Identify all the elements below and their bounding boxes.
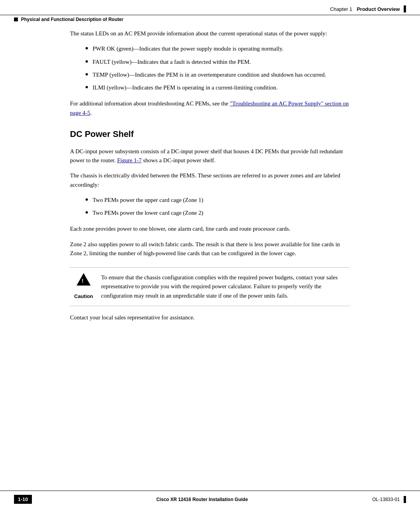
footer-doc-number: OL-13833-01 xyxy=(372,497,400,502)
page-number-badge: 1-10 xyxy=(14,495,32,504)
dc-para3: Each zone provides power to one blower, … xyxy=(70,224,350,233)
list-item: Two PEMs power the upper card cage (Zone… xyxy=(86,196,350,205)
dc-para2: The chassis is electrically divided betw… xyxy=(70,171,350,189)
footer-bar-icon xyxy=(404,496,406,503)
dc-bullet-list: Two PEMs power the upper card cage (Zone… xyxy=(86,196,350,218)
caution-triangle-icon xyxy=(77,273,91,286)
page-subheader: Physical and Functional Description of R… xyxy=(0,15,420,25)
bullet-fault-text: FAULT (yellow)—Indicates that a fault is… xyxy=(93,58,251,67)
list-item: TEMP (yellow)—Indicates the PEM is in an… xyxy=(86,70,350,79)
caution-block: Caution To ensure that the chassis confi… xyxy=(70,267,350,306)
bullet-temp-text: TEMP (yellow)—Indicates the PEM is in an… xyxy=(93,70,326,79)
bullet-dot-icon xyxy=(86,86,88,88)
contact-para: Contact your local sales representative … xyxy=(70,313,350,322)
section-heading-dc-power: DC Power Shelf xyxy=(70,129,350,139)
dc-bullet-1-text: Two PEMs power the upper card cage (Zone… xyxy=(93,196,203,205)
header-chapter: Chapter 1 Product Overview xyxy=(330,6,400,12)
bullet-dot-icon xyxy=(86,211,88,214)
dc-para1: A DC-input power subsystem consists of a… xyxy=(70,147,350,165)
troubleshooting-prefix: For additional information about trouble… xyxy=(70,100,230,107)
subheader-text: Physical and Functional Description of R… xyxy=(21,17,123,22)
chapter-title: Product Overview xyxy=(357,6,400,12)
caution-label: Caution xyxy=(74,293,93,299)
list-item: PWR OK (green)—Indicates that the power … xyxy=(86,44,350,53)
bullet-dot-icon xyxy=(86,198,88,201)
chapter-label: Chapter 1 xyxy=(330,6,352,12)
caution-icon-area: Caution xyxy=(70,273,101,299)
bullet-ilmi-text: ILMI (yellow)—Indicates the PEM is opera… xyxy=(93,83,278,92)
troubleshooting-para: For additional information about trouble… xyxy=(70,99,350,117)
bullet-dot-icon xyxy=(86,47,88,49)
figure-1-7-link[interactable]: Figure 1-7 xyxy=(117,157,142,163)
main-content: The status LEDs on an AC PEM provide inf… xyxy=(0,25,420,491)
caution-text: To ensure that the chassis configuration… xyxy=(101,273,350,300)
list-item: ILMI (yellow)—Indicates the PEM is opera… xyxy=(86,83,350,92)
bullet-dot-icon xyxy=(86,60,88,63)
subheader-square-icon xyxy=(14,18,18,21)
page-header: Chapter 1 Product Overview xyxy=(0,0,420,15)
page-footer: 1-10 Cisco XR 12416 Router Installation … xyxy=(0,491,420,510)
list-item: FAULT (yellow)—Indicates that a fault is… xyxy=(86,58,350,67)
header-bar-icon xyxy=(404,5,406,12)
dc-para4: Zone 2 also supplies power to all switch… xyxy=(70,240,350,258)
led-bullet-list: PWR OK (green)—Indicates that the power … xyxy=(86,44,350,92)
page: Chapter 1 Product Overview Physical and … xyxy=(0,0,420,510)
bullet-dot-icon xyxy=(86,73,88,75)
bullet-pwr-text: PWR OK (green)—Indicates that the power … xyxy=(93,44,284,53)
troubleshooting-suffix: . xyxy=(90,110,92,116)
footer-guide-title: Cisco XR 12416 Router Installation Guide xyxy=(156,497,248,502)
list-item: Two PEMs power the lower card cage (Zone… xyxy=(86,209,350,217)
dc-bullet-2-text: Two PEMs power the lower card cage (Zone… xyxy=(93,209,203,217)
intro-paragraph: The status LEDs on an AC PEM provide inf… xyxy=(70,29,350,38)
